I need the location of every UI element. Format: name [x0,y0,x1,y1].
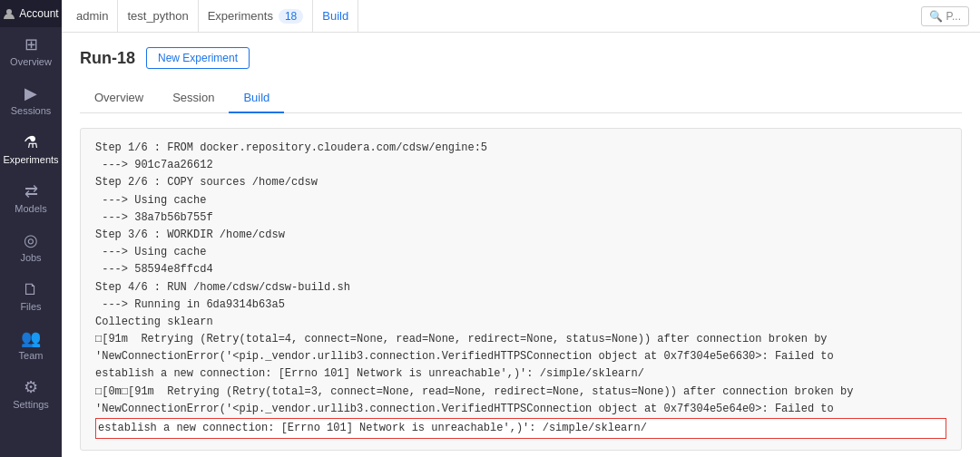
breadcrumb-experiments[interactable]: Experiments 18 [199,0,314,33]
tab-session[interactable]: Session [158,83,229,113]
sidebar-item-label: Team [19,350,44,361]
sidebar-item-label: Sessions [11,105,52,116]
log-line: ---> Running in 6da9314b63a5 [95,298,285,311]
sidebar-item-label: Models [15,203,46,214]
sidebar-item-files[interactable]: 🗋 Files [0,272,62,321]
models-icon: ⇄ [24,183,38,199]
log-line: establish a new connection: [Errno 101] … [95,367,644,380]
log-line: □[0m□[91m Retrying (Retry(total=3, conne… [95,385,853,398]
search-icon: 🔍 [929,10,943,23]
sidebar-item-jobs[interactable]: ◎ Jobs [0,223,62,272]
experiments-count-badge: 18 [279,9,303,24]
log-line: ---> 58594e8ffcd4 [95,263,213,276]
new-experiment-button[interactable]: New Experiment [146,47,250,69]
log-line: Step 1/6 : FROM docker.repository.cloude… [95,141,487,154]
log-line: Step 2/6 : COPY sources /home/cdsw [95,176,318,189]
sidebar-item-label: Overview [10,56,52,67]
account-label: Account [19,7,58,20]
experiments-icon: ⚗ [24,134,38,151]
breadcrumb: admin test_python Experiments 18 Build 🔍… [62,0,980,33]
log-line: ---> Using cache [95,194,206,207]
log-line: Step 3/6 : WORKDIR /home/cdsw [95,228,285,241]
build-log: Step 1/6 : FROM docker.repository.cloude… [80,128,962,451]
tab-overview[interactable]: Overview [80,83,158,113]
log-line: 'NewConnectionError('<pip._vendor.urllib… [95,403,834,415]
log-line: establish a new connection: [Errno 101] … [95,418,946,439]
breadcrumb-build[interactable]: Build [313,0,358,33]
sidebar-item-models[interactable]: ⇄ Models [0,174,62,223]
log-line: Collecting sklearn [95,316,213,328]
main-content: admin test_python Experiments 18 Build 🔍… [62,0,980,457]
sidebar-item-experiments[interactable]: ⚗ Experiments [0,125,62,174]
sidebar: Account ⊞ Overview ▶ Sessions ⚗ Experime… [0,0,62,457]
files-icon: 🗋 [23,281,39,297]
log-line: Step 4/6 : RUN /home/cdsw/cdsw-build.sh [95,281,350,294]
search-box[interactable]: 🔍 P... [921,6,969,26]
overview-icon: ⊞ [24,36,38,53]
breadcrumb-test-python[interactable]: test_python [118,0,198,33]
team-icon: 👥 [21,330,41,346]
sidebar-item-label: Jobs [20,252,41,263]
run-title: Run-18 [80,49,135,68]
content-area: Run-18 New Experiment Overview Session B… [62,33,980,457]
sidebar-item-label: Files [20,301,41,312]
tab-build[interactable]: Build [229,83,284,113]
tabs: Overview Session Build [80,83,962,113]
account-button[interactable]: Account [0,0,62,27]
sidebar-item-sessions[interactable]: ▶ Sessions [0,76,62,125]
log-line: ---> 38a7b56b755f [95,211,213,224]
settings-icon: ⚙ [24,379,38,395]
sidebar-item-team[interactable]: 👥 Team [0,321,62,370]
log-line: ---> 901c7aa26612 [95,159,213,171]
jobs-icon: ◎ [24,232,38,248]
log-line: □[91m Retrying (Retry(total=4, connect=N… [95,333,828,345]
log-line: 'NewConnectionError('<pip._vendor.urllib… [95,350,834,363]
sidebar-item-overview[interactable]: ⊞ Overview [0,27,62,76]
breadcrumb-admin[interactable]: admin [73,0,118,33]
sessions-icon: ▶ [24,85,37,102]
sidebar-item-label: Settings [13,399,49,410]
sidebar-item-settings[interactable]: ⚙ Settings [0,370,62,419]
account-icon [3,7,15,20]
run-title-row: Run-18 New Experiment [80,47,962,69]
log-line: ---> Using cache [95,246,206,258]
sidebar-item-label: Experiments [3,154,58,165]
